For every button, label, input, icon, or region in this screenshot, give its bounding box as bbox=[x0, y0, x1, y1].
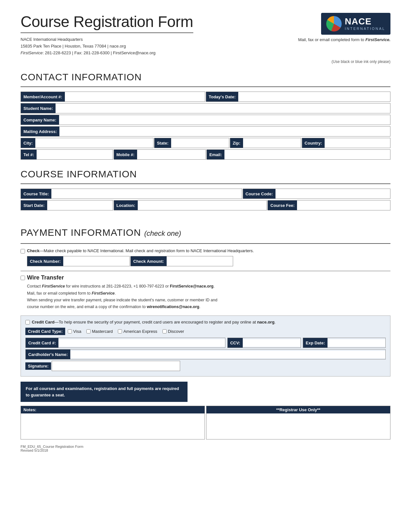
exp-date-field: Exp Date: bbox=[303, 338, 386, 348]
email-input[interactable] bbox=[224, 151, 390, 158]
credit-card-type-row: Credit Card Type: Visa Mastercard Americ… bbox=[25, 328, 386, 335]
mobile-label: Mobile #: bbox=[114, 150, 137, 159]
org-address: 15835 Park Ten Place | Houston, Texas 77… bbox=[21, 43, 193, 50]
cardholder-input[interactable] bbox=[70, 351, 385, 358]
ccv-input[interactable] bbox=[243, 339, 301, 347]
mailing-address-input[interactable] bbox=[59, 128, 390, 135]
notes-section: Notes: bbox=[21, 406, 205, 439]
course-section-title: COURSE INFORMATION bbox=[21, 169, 390, 180]
amex-label[interactable]: American Express bbox=[118, 329, 157, 334]
check-number-field: Check Number: bbox=[27, 256, 130, 266]
todays-date-field: Today's Date: bbox=[206, 92, 390, 102]
visa-checkbox[interactable] bbox=[68, 329, 72, 333]
mobile-input[interactable] bbox=[137, 151, 206, 158]
registrar-label: **Registrar Use Only** bbox=[206, 406, 390, 413]
company-name-input[interactable] bbox=[59, 116, 390, 124]
header-info: NACE International Headquarters 15835 Pa… bbox=[21, 36, 193, 56]
cc-type-options: Visa Mastercard American Express Discove… bbox=[68, 329, 184, 334]
todays-date-input[interactable] bbox=[238, 93, 390, 101]
city-label: City: bbox=[21, 138, 35, 148]
state-field: State: bbox=[154, 138, 229, 148]
check-amount-field: Check Amount: bbox=[130, 256, 233, 266]
location-input[interactable] bbox=[138, 202, 267, 209]
student-name-label: Student Name: bbox=[21, 103, 56, 113]
nace-logo-sub: INTERNATIONAL bbox=[345, 27, 385, 31]
wire-email-link[interactable]: FirstService@nace.org bbox=[170, 284, 214, 288]
cc-type-label: Credit Card Type: bbox=[25, 328, 65, 335]
guarantee-box: For all courses and examinations, regist… bbox=[21, 382, 188, 402]
amex-checkbox[interactable] bbox=[118, 329, 122, 333]
check-checkbox[interactable] bbox=[21, 249, 25, 253]
mailing-address-label: Mailing Address: bbox=[21, 127, 59, 136]
start-date-input[interactable] bbox=[47, 202, 113, 209]
course-title-input[interactable] bbox=[51, 190, 241, 198]
city-input[interactable] bbox=[35, 139, 153, 147]
contact-section-title: CONTACT INFORMATION bbox=[21, 72, 390, 83]
wire-transfer-section: Wire Transfer Contact FirstService for w… bbox=[21, 271, 390, 310]
discover-checkbox[interactable] bbox=[162, 329, 167, 333]
country-input[interactable] bbox=[325, 139, 390, 147]
footer-line2: Revised 5/1/2018 bbox=[21, 448, 390, 452]
signature-input[interactable] bbox=[52, 361, 180, 371]
course-title-label: Course Title: bbox=[21, 189, 51, 199]
location-field: Location: bbox=[114, 200, 267, 210]
exp-date-label: Exp Date: bbox=[303, 338, 328, 348]
course-fee-input[interactable] bbox=[297, 202, 390, 209]
notes-label: Notes: bbox=[21, 406, 205, 413]
footer: FM_EDU_65_Course Registration Form Revis… bbox=[21, 445, 390, 452]
city-field: City: bbox=[21, 138, 153, 148]
org-firstservice: FirstService: 281-228-6223 | Fax: 281-22… bbox=[21, 50, 193, 57]
credit-card-checkbox[interactable] bbox=[25, 320, 30, 324]
check-number-label: Check Number: bbox=[27, 256, 63, 266]
mail-fax-info: Mail, fax or email completed form to Fir… bbox=[298, 37, 390, 42]
header-right: NACE INTERNATIONAL Mail, fax or email co… bbox=[298, 13, 390, 42]
check-number-input[interactable] bbox=[63, 258, 129, 265]
contact-row-4: Mailing Address: bbox=[21, 126, 390, 137]
nace-logo-name: NACE bbox=[345, 17, 385, 26]
visa-label[interactable]: Visa bbox=[68, 329, 81, 334]
cardholder-row: Cardholder's Name: bbox=[25, 349, 386, 359]
header-left: Course Registration Form NACE Internatio… bbox=[21, 13, 193, 56]
wire-checkbox[interactable] bbox=[21, 276, 25, 280]
todays-date-label: Today's Date: bbox=[206, 92, 238, 102]
ink-note: (Use black or blue ink only please) bbox=[21, 59, 390, 64]
start-date-field: Start Date: bbox=[21, 200, 113, 210]
wire-info: Contact FirstService for wire instructio… bbox=[27, 283, 390, 310]
check-row: Check Number: Check Amount: bbox=[27, 256, 390, 266]
zip-label: Zip: bbox=[230, 138, 243, 148]
cc-number-input[interactable] bbox=[58, 339, 225, 347]
course-fee-field: Course Fee: bbox=[267, 200, 390, 210]
email-field: Email: bbox=[206, 149, 390, 160]
credit-card-header: Credit Card—To help ensure the security … bbox=[25, 320, 386, 324]
mastercard-checkbox[interactable] bbox=[86, 329, 91, 333]
mastercard-label[interactable]: Mastercard bbox=[86, 329, 113, 334]
country-field: Country: bbox=[302, 138, 390, 148]
course-code-input[interactable] bbox=[275, 190, 390, 198]
credit-card-section: Credit Card—To help ensure the security … bbox=[21, 315, 390, 377]
zip-input[interactable] bbox=[243, 139, 301, 147]
student-name-input[interactable] bbox=[56, 105, 390, 112]
wire-notifications-link[interactable]: wirenotifications@nace.org bbox=[147, 305, 199, 309]
start-date-label: Start Date: bbox=[21, 200, 47, 210]
member-account-label: Member/Account #: bbox=[21, 92, 65, 102]
tel-input[interactable] bbox=[37, 151, 113, 158]
page-title: Course Registration Form bbox=[21, 13, 193, 31]
exp-date-input[interactable] bbox=[328, 339, 385, 347]
discover-label[interactable]: Discover bbox=[162, 329, 184, 334]
bottom-row: Notes: **Registrar Use Only** bbox=[21, 406, 390, 439]
registrar-section: **Registrar Use Only** bbox=[206, 406, 390, 439]
state-input[interactable] bbox=[171, 139, 229, 147]
wire-info-3: When sending your wire transfer payment,… bbox=[27, 297, 390, 311]
registrar-body bbox=[206, 413, 390, 439]
check-amount-input[interactable] bbox=[167, 258, 233, 265]
wire-info-1: Contact FirstService for wire instructio… bbox=[27, 283, 390, 290]
member-account-input[interactable] bbox=[65, 93, 205, 101]
wire-info-2: Mail, fax or email completed form to Fir… bbox=[27, 290, 390, 297]
course-code-label: Course Code: bbox=[243, 189, 275, 199]
course-fee-label: Course Fee: bbox=[268, 200, 297, 210]
state-label: State: bbox=[154, 138, 171, 148]
signature-label: Signature: bbox=[25, 362, 51, 370]
check-desc: —Make check payable to NACE Internationa… bbox=[39, 248, 254, 253]
notes-body bbox=[21, 413, 205, 439]
course-code-field: Course Code: bbox=[243, 189, 390, 199]
